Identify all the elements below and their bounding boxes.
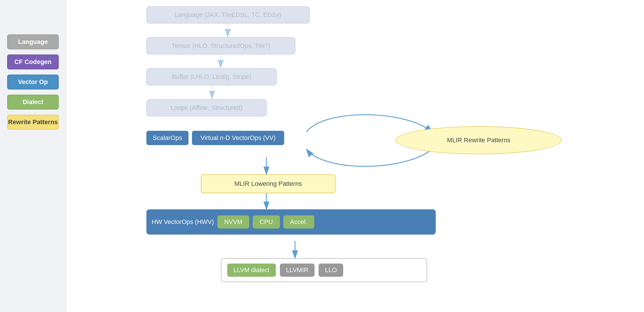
loops-box: Loops (Affine, Structured) (146, 99, 267, 116)
scalar-ops-label: ScalarOps (153, 134, 182, 142)
llvm-container: LLVM dialect LLVMIR LLO (221, 258, 427, 282)
hwv-container: HW VectorOps (HWV) NVVM CPU Accel. (146, 209, 436, 235)
legend-cf-codegen-label: CF Codegen (14, 58, 52, 66)
legend-cf-codegen[interactable]: CF Codegen (7, 54, 59, 69)
llo-label: LLO (325, 266, 337, 274)
llvmir-label: LLVMIR (286, 266, 309, 274)
cpu-label: CPU (260, 218, 273, 225)
accel-label: Accel. (290, 218, 307, 225)
accel-chip: Accel. (283, 215, 314, 229)
legend-rewrite-label: Rewrite Patterns (8, 118, 58, 126)
vv-box: Virtual n-D VectorOps (VV) (192, 131, 284, 145)
legend-vector-op[interactable]: Vector Op (7, 75, 59, 89)
main-diagram: Language (JAX, TileEDSL, TC, EDSx) Tenso… (66, 0, 644, 312)
cpu-chip: CPU (253, 215, 280, 229)
llvm-dialect-box: LLVM dialect (227, 264, 276, 277)
legend-rewrite[interactable]: Rewrite Patterns (7, 115, 59, 130)
lowering-box: MLIR Lowering Patterns (201, 174, 335, 193)
sidebar: Language CF Codegen Vector Op Dialect Re… (0, 0, 66, 312)
llvm-dialect-label: LLVM dialect (233, 266, 270, 274)
rewrite-label: MLIR Rewrite Patterns (447, 136, 510, 144)
buffer-box: Buffer (LHLO, Linalg, Stripe) (146, 68, 277, 85)
legend-dialect-label: Dialect (23, 98, 43, 106)
nvvm-chip: NVVM (217, 215, 250, 229)
hwv-label: HW VectorOps (HWV) (152, 218, 214, 226)
llvmir-chip: LLVMIR (280, 264, 315, 277)
legend-language[interactable]: Language (7, 34, 59, 49)
tensor-box: Tensor (HLO, StructuredOps, Tile?) (146, 37, 295, 54)
legend-vector-op-label: Vector Op (18, 78, 48, 86)
lowering-label: MLIR Lowering Patterns (234, 180, 302, 188)
legend-language-label: Language (18, 38, 48, 46)
llo-chip: LLO (319, 264, 343, 277)
vv-label: Virtual n-D VectorOps (VV) (201, 134, 276, 142)
nvvm-label: NVVM (224, 218, 243, 225)
language-box: Language (JAX, TileEDSL, TC, EDSx) (146, 6, 310, 24)
legend-dialect[interactable]: Dialect (7, 95, 59, 110)
scalar-ops-box: ScalarOps (146, 131, 189, 145)
vv-group: ScalarOps Virtual n-D VectorOps (VV) (146, 131, 284, 145)
rewrite-ellipse: MLIR Rewrite Patterns (396, 126, 562, 154)
